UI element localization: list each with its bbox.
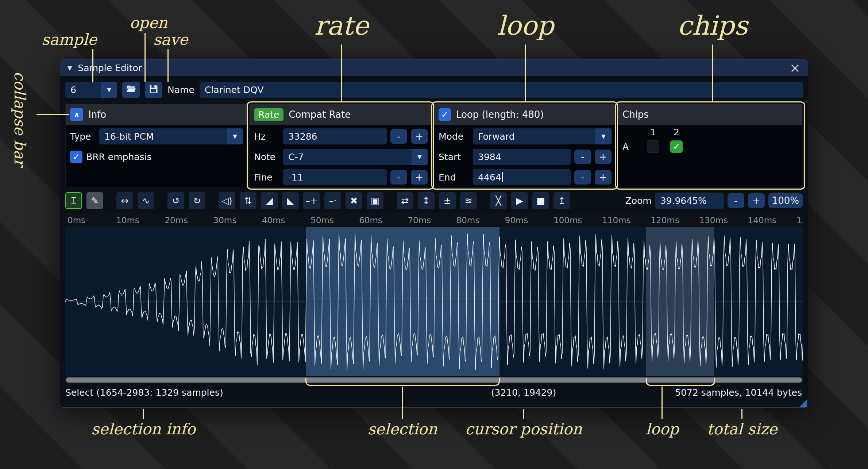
loop-end-input[interactable]: 4464 — [473, 169, 571, 185]
preview-button[interactable]: ▶ — [511, 192, 528, 209]
stop-preview-button[interactable]: ■ — [532, 192, 549, 209]
insert-silence-button[interactable]: –+ — [303, 192, 320, 209]
zoom-value: 39.9645% — [660, 195, 707, 206]
timeline-ruler: 0ms10ms20ms30ms40ms50ms60ms70ms80ms90ms1… — [65, 213, 803, 227]
annotation-save: save — [153, 31, 188, 49]
annotation-line-total-size — [741, 409, 742, 419]
fine-input[interactable]: -11 — [283, 169, 387, 185]
timeline-tick: 40ms — [262, 216, 285, 225]
resize-button[interactable]: ↔ — [116, 192, 133, 209]
sample-number-select[interactable]: 6 ▼ — [65, 82, 117, 98]
loop-mode-select[interactable]: Forward ▼ — [473, 128, 612, 144]
chip-2-checkbox[interactable]: ✓ — [670, 140, 683, 153]
waveform-area[interactable] — [65, 227, 803, 376]
fine-increase-button[interactable]: + — [411, 170, 428, 185]
fine-decrease-button[interactable]: - — [390, 170, 407, 185]
fine-value: -11 — [288, 172, 303, 183]
note-select[interactable]: C-7 ▼ — [283, 149, 428, 165]
annotation-loop: loop — [497, 10, 554, 41]
hz-increase-button[interactable]: + — [411, 129, 428, 144]
timeline-tick: 120ms — [651, 216, 679, 225]
name-label: Name — [167, 85, 194, 95]
check-icon: ✓ — [673, 142, 680, 152]
fade-in-button[interactable]: ◢ — [261, 192, 278, 209]
timeline-tick: 130ms — [699, 216, 728, 225]
loop-enable-checkbox[interactable]: ✓ — [439, 108, 451, 121]
annotation-cursor-position: cursor position — [465, 420, 582, 438]
annotation-loop-marker: loop — [646, 420, 679, 438]
loop-start-input[interactable]: 3984 — [473, 149, 571, 165]
name-input[interactable]: Clarinet DQV — [200, 82, 803, 98]
draw-mode-button[interactable]: ✎ — [86, 192, 103, 209]
waveform-svg — [65, 227, 803, 376]
chip-1-checkbox[interactable] — [647, 140, 659, 153]
window-content: 6 ▼ Name Clarinet DQV ∧ — [60, 76, 808, 408]
fade-out-button[interactable]: ◣ — [282, 192, 299, 209]
amplify-button[interactable]: ◁) — [219, 192, 235, 209]
filter-button[interactable]: ≋ — [460, 192, 477, 209]
resample-button[interactable]: ∿ — [138, 192, 154, 209]
timeline-tick: 0ms — [67, 216, 85, 225]
normalize-button[interactable]: ⇅ — [240, 192, 256, 209]
scrollbar-thumb[interactable] — [66, 377, 802, 383]
trim-button[interactable]: ▣ — [367, 192, 383, 209]
loop-mode-value: Forward — [473, 128, 595, 144]
window-collapse-icon[interactable]: ▼ — [67, 65, 72, 71]
brr-emphasis-checkbox[interactable]: ✓ — [70, 151, 82, 163]
loop-start-value: 3984 — [478, 152, 501, 162]
loop-end-increase-button[interactable]: + — [595, 170, 612, 185]
undo-button[interactable]: ↺ — [167, 192, 184, 209]
annotation-selection-info: selection info — [91, 420, 196, 438]
loop-start-decrease-button[interactable]: - — [574, 150, 591, 164]
toolbar: ⌶✎↔∿↺↻◁)⇅◢◣–+–·✖▣⇄↕±≋╳▶■↥ Zoom 39.9645% … — [65, 192, 803, 209]
zoom-in-button[interactable]: + — [748, 193, 765, 208]
timeline-tick: 60ms — [359, 216, 382, 225]
loop-panel-header: ✓ Loop (length: 480) — [434, 104, 616, 125]
floppy-disk-icon — [148, 84, 159, 96]
hz-decrease-button[interactable]: - — [390, 129, 407, 144]
upload-to-chip-button[interactable]: ↥ — [553, 192, 570, 209]
loop-end-decrease-button[interactable]: - — [574, 170, 591, 185]
zoom-out-button[interactable]: - — [728, 193, 744, 208]
save-button[interactable] — [145, 82, 162, 98]
redo-button[interactable]: ↻ — [189, 192, 205, 209]
chip-row-a-label: A — [622, 142, 641, 152]
close-icon[interactable]: × — [790, 61, 801, 74]
zoom-input[interactable]: 39.9645% — [655, 193, 724, 209]
sign-convert-button[interactable]: ± — [439, 192, 456, 209]
panels-row: ∧ Info Type 16-bit PCM ▼ ✓ — [65, 104, 803, 187]
info-panel-title: Info — [88, 109, 106, 120]
loop-start-increase-button[interactable]: + — [595, 150, 612, 164]
cursor-position-text: (3210, 19429) — [491, 387, 556, 398]
resize-grip[interactable] — [799, 400, 807, 407]
reverse-button[interactable]: ⇄ — [397, 192, 413, 209]
select-mode-button[interactable]: ⌶ — [65, 192, 82, 209]
chips-panel: Chips 1 2 A ✓ — [618, 104, 803, 187]
hz-input[interactable]: 33286 — [283, 128, 387, 144]
delete-button[interactable]: ✖ — [346, 192, 362, 209]
annotation-total-size: total size — [707, 420, 778, 438]
zoom-reset-button[interactable]: 100% — [768, 193, 803, 208]
rate-badge-button[interactable]: Rate — [254, 108, 283, 121]
titlebar: ▼ Sample Editor × — [60, 59, 808, 76]
type-label: Type — [70, 131, 96, 142]
type-select[interactable]: 16-bit PCM ▼ — [99, 128, 243, 144]
name-value: Clarinet DQV — [205, 85, 264, 95]
selection-info-text: Select (1654-2983: 1329 samples) — [65, 387, 223, 398]
rate-panel-header: Rate Compat Rate — [250, 104, 432, 125]
apply-silence-button[interactable]: –· — [324, 192, 341, 209]
loop-start-label: Start — [439, 152, 469, 162]
chips-panel-title: Chips — [622, 109, 649, 120]
invert-button[interactable]: ↕ — [418, 192, 435, 209]
hz-label: Hz — [254, 131, 279, 142]
annotation-collapse-bar: collapse bar — [11, 71, 29, 166]
collapse-info-button[interactable]: ∧ — [70, 108, 83, 121]
crossfade-loop-button[interactable]: ╳ — [490, 192, 507, 209]
open-button[interactable] — [122, 82, 140, 98]
chevron-down-icon: ▼ — [227, 128, 243, 144]
chips-panel-header: Chips — [618, 104, 802, 125]
horizontal-scrollbar[interactable] — [65, 377, 803, 383]
status-bar: Select (1654-2983: 1329 samples) (3210, … — [65, 383, 803, 402]
hz-value: 33286 — [288, 131, 317, 142]
loop-end-value: 4464 — [478, 172, 501, 183]
